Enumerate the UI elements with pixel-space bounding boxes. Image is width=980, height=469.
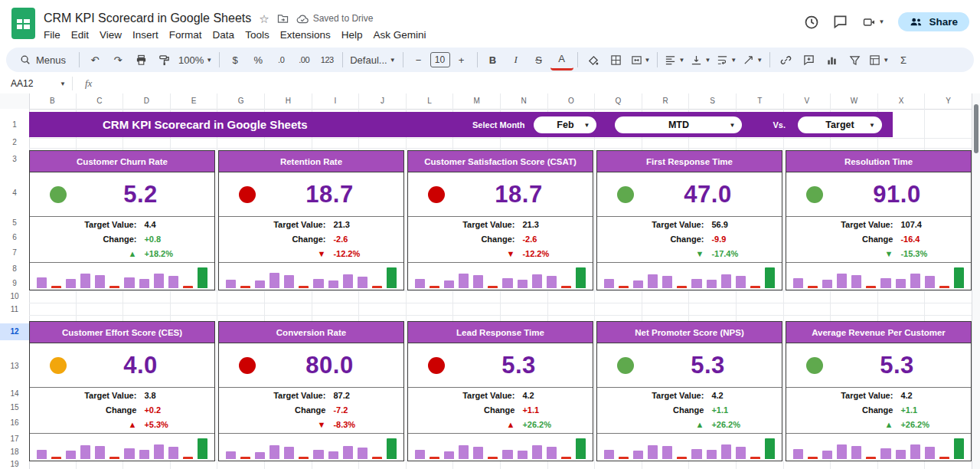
column-header-M[interactable]: M	[453, 93, 501, 109]
menu-format[interactable]: Format	[164, 28, 207, 42]
row-header-15[interactable]: 15	[0, 402, 29, 413]
vertical-scrollbar[interactable]	[972, 93, 980, 469]
row-header-13[interactable]: 13	[0, 361, 29, 372]
format-currency-button[interactable]: $	[224, 51, 247, 69]
row-header-1[interactable]: 1	[0, 120, 29, 130]
share-button[interactable]: Share	[898, 12, 969, 31]
menu-insert[interactable]: Insert	[127, 28, 164, 42]
column-header-W[interactable]: W	[831, 93, 878, 109]
vertical-align-button[interactable]: ▼	[688, 51, 714, 69]
menu-extensions[interactable]: Extensions	[275, 28, 336, 42]
zoom-select[interactable]: 100%▼	[175, 51, 215, 69]
row-header-12[interactable]: 12	[0, 323, 29, 340]
font-select[interactable]: Defaul...▼	[347, 51, 398, 69]
menu-file[interactable]: File	[38, 28, 66, 42]
column-header-G[interactable]: G	[217, 93, 265, 109]
row-header-17[interactable]: 17	[0, 434, 29, 444]
column-header-D[interactable]: D	[123, 93, 171, 109]
document-title[interactable]: CRM KPI Scorecard in Google Sheets	[44, 11, 251, 25]
undo-button[interactable]: ↶	[83, 51, 106, 69]
row-header-5[interactable]: 5	[0, 218, 29, 228]
column-header-S[interactable]: S	[689, 93, 737, 109]
scrollbar-thumb[interactable]	[974, 104, 978, 153]
kpi-card-average-revenue-per-customer[interactable]: Average Revenue Per Customer5.3Target Va…	[786, 321, 972, 461]
increase-decimals-button[interactable]: .00	[292, 51, 315, 69]
period-dropdown[interactable]: MTD▼	[615, 116, 742, 133]
row-header-14[interactable]: 14	[0, 389, 29, 399]
font-size-input[interactable]: 10	[430, 52, 450, 67]
column-header-Y[interactable]: Y	[925, 93, 972, 109]
menu-tools[interactable]: Tools	[240, 28, 275, 42]
text-color-button[interactable]: A	[550, 50, 573, 71]
saved-status[interactable]: Saved to Drive	[296, 13, 374, 24]
bold-button[interactable]: B	[482, 51, 505, 69]
row-header-4[interactable]: 4	[0, 188, 29, 198]
text-rotation-button[interactable]: ▼	[740, 51, 766, 69]
menu-ask-gemini[interactable]: Ask Gemini	[368, 28, 431, 42]
column-header-T[interactable]: T	[737, 93, 784, 109]
compare-dropdown[interactable]: Target▼	[798, 116, 882, 133]
version-history-icon[interactable]	[804, 15, 819, 30]
redo-button[interactable]: ↷	[106, 51, 129, 69]
row-header-18[interactable]: 18	[0, 447, 29, 458]
column-header-N[interactable]: N	[501, 93, 548, 109]
print-button[interactable]	[129, 51, 152, 69]
decrease-font-size-button[interactable]: −	[407, 51, 430, 69]
kpi-card-net-promoter-score-nps[interactable]: Net Promoter Score (NPS)5.3Target Value:…	[596, 321, 782, 461]
meet-video-icon[interactable]: ▼	[861, 16, 885, 28]
column-header-C[interactable]: C	[77, 93, 124, 109]
kpi-card-customer-effort-score-ces[interactable]: Customer Effort Score (CES)4.0Target Val…	[29, 321, 215, 461]
google-sheets-logo-icon[interactable]	[11, 8, 35, 39]
kpi-card-customer-churn-rate[interactable]: Customer Churn Rate5.2Target Value:4.4Ch…	[29, 150, 215, 290]
format-percent-button[interactable]: %	[247, 51, 270, 69]
column-header-O[interactable]: O	[548, 93, 596, 109]
insert-comment-button[interactable]	[797, 51, 820, 69]
column-header-X[interactable]: X	[878, 93, 926, 109]
menu-edit[interactable]: Edit	[66, 28, 94, 42]
functions-button[interactable]: Σ	[892, 51, 915, 69]
column-header-E[interactable]: E	[171, 93, 218, 109]
column-header-L[interactable]: L	[407, 93, 454, 109]
text-wrap-button[interactable]: ▼	[714, 51, 740, 69]
create-filter-button[interactable]	[843, 51, 866, 69]
kpi-card-conversion-rate[interactable]: Conversion Rate80.0Target Value:87.2Chan…	[218, 321, 404, 461]
insert-chart-button[interactable]	[820, 51, 843, 69]
kpi-card-retention-rate[interactable]: Retention Rate18.7Target Value:21.3Chang…	[218, 150, 404, 290]
star-icon[interactable]: ☆	[259, 13, 269, 25]
move-folder-icon[interactable]	[277, 14, 289, 24]
kpi-card-customer-satisfaction-score-csat[interactable]: Customer Satisfaction Score (CSAT)18.7Ta…	[407, 150, 593, 290]
fill-color-button[interactable]	[582, 51, 605, 69]
column-header-V[interactable]: V	[784, 93, 831, 109]
more-formats-button[interactable]: 123	[315, 51, 338, 69]
strikethrough-button[interactable]: S	[528, 51, 550, 69]
row-header-3[interactable]: 3	[0, 154, 29, 165]
row-header-10[interactable]: 10	[0, 291, 29, 302]
row-header-2[interactable]: 2	[0, 137, 29, 148]
merge-cells-button[interactable]: ▼	[628, 51, 654, 69]
column-header-J[interactable]: J	[359, 93, 407, 109]
borders-button[interactable]	[605, 51, 628, 69]
row-header-8[interactable]: 8	[0, 264, 29, 274]
column-header-Q[interactable]: Q	[595, 93, 642, 109]
row-header-16[interactable]: 16	[0, 418, 29, 428]
increase-font-size-button[interactable]: +	[450, 51, 473, 69]
italic-button[interactable]: I	[505, 51, 528, 69]
comment-icon[interactable]	[833, 15, 848, 29]
row-header-6[interactable]: 6	[0, 232, 29, 243]
kpi-card-resolution-time[interactable]: Resolution Time91.0Target Value:107.4Cha…	[786, 150, 972, 290]
insert-link-button[interactable]	[774, 51, 797, 69]
paint-format-button[interactable]	[152, 51, 175, 69]
column-header-B[interactable]: B	[29, 93, 77, 109]
row-header-19[interactable]: 19	[0, 459, 29, 469]
horizontal-align-button[interactable]: ▼	[662, 51, 688, 69]
row-header-11[interactable]: 11	[0, 304, 29, 315]
menu-help[interactable]: Help	[336, 28, 368, 42]
menus-search-button[interactable]: Menus	[14, 50, 75, 70]
filter-views-button[interactable]: ▼	[866, 51, 892, 69]
name-box[interactable]: AA12 ▼	[0, 78, 66, 89]
select-all-corner[interactable]	[0, 93, 30, 110]
menu-data[interactable]: Data	[207, 28, 240, 42]
menu-view[interactable]: View	[94, 28, 127, 42]
column-header-H[interactable]: H	[265, 93, 312, 109]
month-dropdown[interactable]: Feb▼	[534, 116, 596, 133]
